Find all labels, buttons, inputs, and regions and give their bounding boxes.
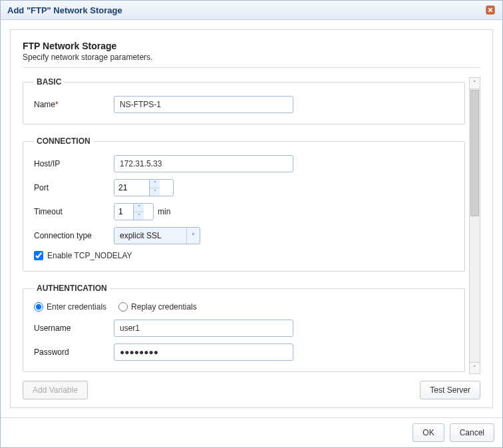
- auth-mode-row: Enter credentials Replay credentials: [34, 302, 454, 312]
- content-frame: FTP Network Storage Specify network stor…: [10, 29, 493, 408]
- chevron-up-icon: ˄: [138, 204, 140, 210]
- row-port: Port ˄ ˅: [34, 179, 454, 196]
- radio-replay-input[interactable]: [118, 302, 128, 312]
- password-label: Password: [34, 347, 114, 357]
- page-title: FTP Network Storage: [23, 41, 480, 51]
- port-input[interactable]: [114, 180, 149, 196]
- chevron-down-icon: ˅: [192, 232, 195, 240]
- port-spin-down[interactable]: ˅: [150, 188, 160, 196]
- timeout-spin-up[interactable]: ˄: [134, 204, 144, 212]
- scroll-down-button[interactable]: ˅: [470, 362, 480, 373]
- timeout-label: Timeout: [34, 207, 114, 216]
- page-subtitle: Specify network storage parameters.: [23, 53, 480, 62]
- host-label: Host/IP: [34, 159, 114, 168]
- required-mark: *: [55, 100, 59, 109]
- port-spin-buttons: ˄ ˅: [149, 180, 160, 196]
- port-spin-up[interactable]: ˄: [150, 180, 160, 188]
- conntype-combo[interactable]: explicit SSL ˅: [114, 227, 200, 244]
- vertical-scrollbar[interactable]: ˄ ˅: [469, 77, 480, 374]
- timeout-input[interactable]: [114, 204, 133, 220]
- chevron-down-icon: ˅: [154, 189, 156, 195]
- conntype-label: Connection type: [34, 231, 114, 240]
- password-input[interactable]: [114, 343, 293, 361]
- row-timeout: Timeout ˄ ˅ min: [34, 203, 454, 220]
- row-username: Username: [34, 320, 454, 337]
- chevron-up-icon: ˄: [154, 180, 156, 186]
- username-label: Username: [34, 324, 114, 333]
- radio-replay-credentials[interactable]: Replay credentials: [118, 302, 197, 312]
- group-auth: AUTHENTICATION Enter credentials Replay …: [23, 284, 465, 372]
- timeout-stepper[interactable]: ˄ ˅: [114, 203, 154, 220]
- scroll-thumb[interactable]: [470, 90, 479, 216]
- row-name: Name*: [34, 96, 454, 113]
- scroll-up-button[interactable]: ˄: [470, 78, 480, 89]
- section-header: FTP Network Storage Specify network stor…: [23, 41, 480, 62]
- group-connection-legend: CONNECTION: [34, 136, 93, 146]
- row-password: Password: [34, 343, 454, 361]
- dialog-footer: OK Cancel: [1, 417, 502, 447]
- close-button[interactable]: [485, 5, 496, 15]
- dialog: Add "FTP" Network Storage FTP Network St…: [0, 0, 503, 448]
- port-label: Port: [34, 183, 114, 192]
- port-stepper[interactable]: ˄ ˅: [114, 179, 174, 196]
- name-label: Name*: [34, 100, 114, 109]
- divider: [23, 67, 480, 68]
- add-variable-button[interactable]: Add Variable: [23, 381, 88, 399]
- group-auth-legend: AUTHENTICATION: [34, 284, 110, 293]
- cancel-button[interactable]: Cancel: [450, 423, 494, 442]
- host-input[interactable]: [114, 155, 293, 172]
- radio-enter-input[interactable]: [34, 302, 43, 312]
- chevron-up-icon: ˄: [473, 80, 476, 87]
- timeout-unit: min: [158, 207, 170, 216]
- timeout-spin-down[interactable]: ˅: [134, 212, 144, 220]
- scroll-area: BASIC Name* CONNECTION Host/IP: [23, 77, 480, 374]
- radio-enter-credentials[interactable]: Enter credentials: [34, 302, 106, 312]
- group-basic-legend: BASIC: [34, 77, 64, 87]
- titlebar: Add "FTP" Network Storage: [1, 1, 502, 20]
- form-content: BASIC Name* CONNECTION Host/IP: [23, 77, 469, 374]
- conntype-value: explicit SSL: [114, 231, 186, 240]
- username-input[interactable]: [114, 320, 293, 337]
- row-host: Host/IP: [34, 155, 454, 172]
- chevron-down-icon: ˅: [138, 213, 140, 219]
- combo-arrow[interactable]: ˅: [186, 228, 200, 244]
- chevron-down-icon: ˅: [473, 365, 476, 371]
- nodelay-label: Enable TCP_NODELAY: [47, 251, 132, 260]
- name-input[interactable]: [114, 96, 293, 113]
- ok-button[interactable]: OK: [413, 423, 444, 442]
- group-connection: CONNECTION Host/IP Port ˄ ˅: [23, 136, 465, 272]
- dialog-body: FTP Network Storage Specify network stor…: [1, 20, 502, 417]
- radio-enter-label: Enter credentials: [47, 302, 106, 312]
- group-basic: BASIC Name*: [23, 77, 465, 124]
- inner-actions: Add Variable Test Server: [23, 381, 480, 399]
- dialog-title: Add "FTP" Network Storage: [7, 5, 122, 15]
- test-server-button[interactable]: Test Server: [420, 381, 480, 399]
- nodelay-checkbox[interactable]: [34, 251, 43, 260]
- row-conntype: Connection type explicit SSL ˅: [34, 227, 454, 244]
- radio-replay-label: Replay credentials: [131, 302, 197, 312]
- close-icon: [486, 5, 495, 15]
- row-nodelay: Enable TCP_NODELAY: [34, 251, 454, 260]
- timeout-spin-buttons: ˄ ˅: [133, 204, 144, 220]
